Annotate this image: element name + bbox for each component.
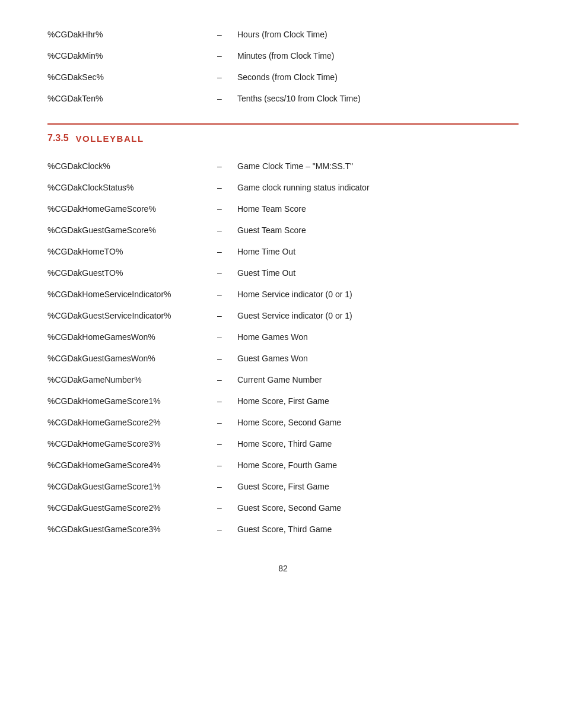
page-number: 82 xyxy=(47,564,519,573)
dash: – xyxy=(202,183,237,192)
token: %CGDakHomeGameScore3% xyxy=(47,439,202,449)
description: Home Games Won xyxy=(237,332,519,342)
table-row: %CGDakHomeGameScore4% – Home Score, Four… xyxy=(47,454,519,476)
dash: – xyxy=(202,311,237,320)
description: Guest Time Out xyxy=(237,268,519,278)
token: %CGDakClockStatus% xyxy=(47,183,202,192)
description: Guest Score, Third Game xyxy=(237,524,519,534)
token: %CGDakGuestGameScore1% xyxy=(47,482,202,491)
dash: – xyxy=(202,460,237,470)
token: %CGDakTen% xyxy=(47,94,202,103)
token: %CGDakGameNumber% xyxy=(47,375,202,384)
description: Home Service indicator (0 or 1) xyxy=(237,290,519,299)
dash: – xyxy=(202,503,237,513)
dash: – xyxy=(202,204,237,214)
top-section: %CGDakHhr% – Hours (from Clock Time) %CG… xyxy=(47,24,519,109)
description: Game clock running status indicator xyxy=(237,183,519,192)
dash: – xyxy=(202,30,237,39)
description: Home Team Score xyxy=(237,204,519,214)
token: %CGDakHomeGameScore4% xyxy=(47,460,202,470)
table-row: %CGDakMin% – Minutes (from Clock Time) xyxy=(47,45,519,66)
token: %CGDakHhr% xyxy=(47,30,202,39)
dash: – xyxy=(202,94,237,103)
table-row: %CGDakTen% – Tenths (secs/10 from Clock … xyxy=(47,88,519,109)
description: Guest Score, First Game xyxy=(237,482,519,491)
description: Seconds (from Clock Time) xyxy=(237,72,519,82)
description: Home Score, Second Game xyxy=(237,418,519,427)
token: %CGDakHomeServiceIndicator% xyxy=(47,290,202,299)
dash: – xyxy=(202,439,237,449)
table-row: %CGDakGuestGameScore3% – Guest Score, Th… xyxy=(47,519,519,540)
description: Guest Games Won xyxy=(237,354,519,363)
table-row: %CGDakClock% – Game Clock Time – "MM:SS.… xyxy=(47,155,519,177)
token: %CGDakGuestGameScore% xyxy=(47,225,202,235)
table-row: %CGDakHomeGamesWon% – Home Games Won xyxy=(47,326,519,348)
table-row: %CGDakHomeGameScore3% – Home Score, Thir… xyxy=(47,433,519,454)
section-number: 7.3.5 xyxy=(47,133,69,144)
description: Current Game Number xyxy=(237,375,519,384)
token: %CGDakGuestTO% xyxy=(47,268,202,278)
dash: – xyxy=(202,418,237,427)
description: Game Clock Time – "MM:SS.T" xyxy=(237,161,519,171)
dash: – xyxy=(202,332,237,342)
table-row: %CGDakGuestGameScore2% – Guest Score, Se… xyxy=(47,497,519,519)
dash: – xyxy=(202,268,237,278)
table-row: %CGDakGuestGameScore% – Guest Team Score xyxy=(47,220,519,241)
table-row: %CGDakHomeTO% – Home Time Out xyxy=(47,241,519,262)
description: Home Score, First Game xyxy=(237,396,519,406)
token: %CGDakMin% xyxy=(47,51,202,61)
dash: – xyxy=(202,482,237,491)
table-row: %CGDakSec% – Seconds (from Clock Time) xyxy=(47,66,519,88)
table-row: %CGDakGameNumber% – Current Game Number xyxy=(47,369,519,390)
table-row: %CGDakHhr% – Hours (from Clock Time) xyxy=(47,24,519,45)
dash: – xyxy=(202,247,237,256)
token: %CGDakHomeGamesWon% xyxy=(47,332,202,342)
dash: – xyxy=(202,524,237,534)
dash: – xyxy=(202,290,237,299)
table-row: %CGDakHomeServiceIndicator% – Home Servi… xyxy=(47,284,519,305)
description: Guest Score, Second Game xyxy=(237,503,519,513)
table-row: %CGDakClockStatus% – Game clock running … xyxy=(47,177,519,198)
description: Tenths (secs/10 from Clock Time) xyxy=(237,94,519,103)
table-row: %CGDakGuestTO% – Guest Time Out xyxy=(47,262,519,284)
token: %CGDakHomeGameScore1% xyxy=(47,396,202,406)
dash: – xyxy=(202,51,237,61)
token: %CGDakSec% xyxy=(47,72,202,82)
dash: – xyxy=(202,225,237,235)
description: Guest Team Score xyxy=(237,225,519,235)
table-row: %CGDakHomeGameScore% – Home Team Score xyxy=(47,198,519,220)
volleyball-rows: %CGDakClock% – Game Clock Time – "MM:SS.… xyxy=(47,155,519,540)
description: Home Score, Fourth Game xyxy=(237,460,519,470)
description: Guest Service indicator (0 or 1) xyxy=(237,311,519,320)
description: Home Score, Third Game xyxy=(237,439,519,449)
description: Hours (from Clock Time) xyxy=(237,30,519,39)
table-row: %CGDakGuestServiceIndicator% – Guest Ser… xyxy=(47,305,519,326)
dash: – xyxy=(202,375,237,384)
description: Home Time Out xyxy=(237,247,519,256)
token: %CGDakHomeGameScore2% xyxy=(47,418,202,427)
description: Minutes (from Clock Time) xyxy=(237,51,519,61)
token: %CGDakGuestGameScore2% xyxy=(47,503,202,513)
token: %CGDakHomeGameScore% xyxy=(47,204,202,214)
token: %CGDakClock% xyxy=(47,161,202,171)
token: %CGDakHomeTO% xyxy=(47,247,202,256)
section-header: 7.3.5 VOLLEYBALL xyxy=(47,123,519,144)
dash: – xyxy=(202,396,237,406)
token: %CGDakGuestServiceIndicator% xyxy=(47,311,202,320)
table-row: %CGDakHomeGameScore1% – Home Score, Firs… xyxy=(47,390,519,412)
table-row: %CGDakGuestGamesWon% – Guest Games Won xyxy=(47,348,519,369)
token: %CGDakGuestGameScore3% xyxy=(47,524,202,534)
token: %CGDakGuestGamesWon% xyxy=(47,354,202,363)
dash: – xyxy=(202,354,237,363)
section-title: VOLLEYBALL xyxy=(76,133,144,144)
table-row: %CGDakHomeGameScore2% – Home Score, Seco… xyxy=(47,412,519,433)
dash: – xyxy=(202,161,237,171)
dash: – xyxy=(202,72,237,82)
table-row: %CGDakGuestGameScore1% – Guest Score, Fi… xyxy=(47,476,519,497)
